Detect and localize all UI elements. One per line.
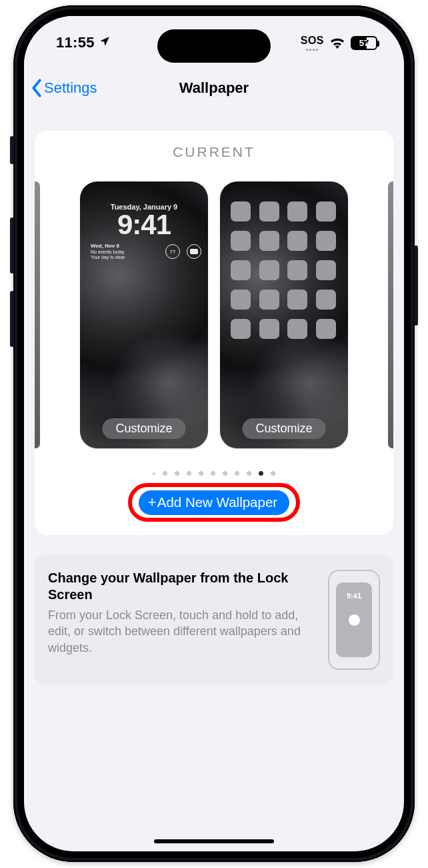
info-body: From your Lock Screen, touch and hold to… [48,607,316,656]
home-preview-grid [231,201,337,339]
current-section-title: CURRENT [35,144,393,160]
customize-lock-button[interactable]: Customize [102,418,185,439]
screen: 11:55 SOS 57 [24,16,404,851]
lock-preview-time: 9:41 [80,211,208,239]
pagination-dots [35,471,393,476]
wifi-icon [329,37,345,49]
back-button[interactable]: Settings [31,69,97,107]
status-time: 11:55 [56,34,95,51]
info-title: Change your Wallpaper from the Lock Scre… [48,570,316,603]
wallet-widget-icon [187,244,201,259]
page-title: Wallpaper [179,79,249,97]
sos-label: SOS [301,35,324,47]
cell-dots-icon [306,49,318,51]
home-screen-preview[interactable]: Customize [220,181,348,448]
phone-frame: 11:55 SOS 57 [13,5,415,862]
power-button [414,246,418,326]
volume-down-button [10,291,14,347]
home-indicator[interactable] [154,839,274,843]
dynamic-island [157,29,271,63]
wallpaper-previews[interactable]: Tuesday, January 9 9:41 Wed, Nov 8 No ev… [35,181,393,455]
next-wallpaper-edge[interactable] [388,181,393,448]
add-new-wallpaper-button[interactable]: + Add New Wallpaper [139,490,289,515]
plus-icon: + [148,495,157,510]
lock-preview-widgets: Wed, Nov 8 No events today Your day is c… [80,243,208,260]
nav-bar: Settings Wallpaper [24,69,404,107]
add-button-label: Add New Wallpaper [157,494,277,510]
current-wallpaper-card: CURRENT Tuesday, January 9 9:41 Wed, Nov… [35,131,393,535]
customize-home-button[interactable]: Customize [242,418,325,439]
back-label: Settings [44,79,97,97]
lock-screen-preview[interactable]: Tuesday, January 9 9:41 Wed, Nov 8 No ev… [80,181,208,448]
change-from-lock-info: Change your Wallpaper from the Lock Scre… [35,555,393,685]
prev-wallpaper-edge[interactable] [35,181,40,448]
battery-icon: 57 [351,36,377,50]
battery-percent: 57 [352,38,376,48]
location-icon [99,34,111,51]
volume-up-button [10,218,14,274]
weather-widget-icon: 77 [165,244,180,259]
side-button [10,136,14,164]
lock-screen-illustration: 9:41 [328,570,380,670]
